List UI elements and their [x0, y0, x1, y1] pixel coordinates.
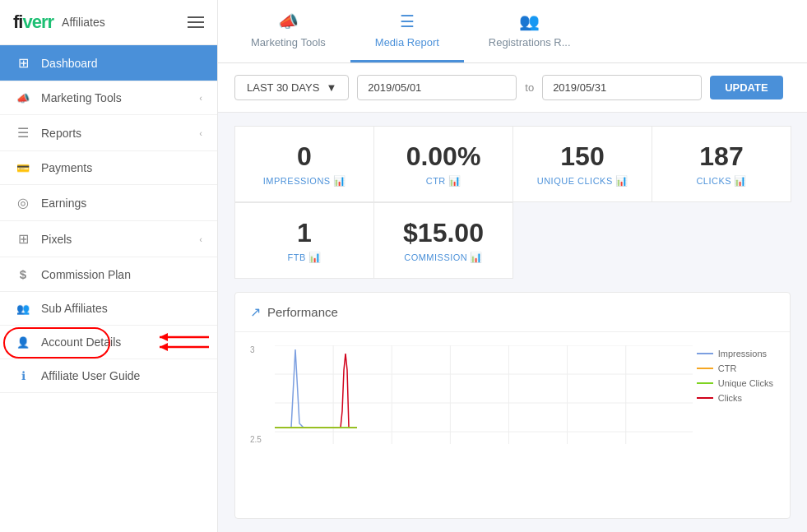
guide-icon: ℹ [15, 369, 31, 382]
impressions-value: 0 [243, 141, 365, 172]
ctr-value: 0.00% [383, 141, 504, 172]
legend-clicks-line [697, 397, 713, 399]
ftb-value: 1 [243, 218, 365, 248]
sidebar-item-marketing-tools[interactable]: 📣 Marketing Tools ‹ [0, 81, 217, 115]
legend-clicks-label: Clicks [718, 393, 742, 403]
bar-chart-icon: 📊 [448, 175, 461, 187]
sidebar-item-label: Account Details [41, 335, 202, 349]
chevron-icon: ‹ [199, 93, 202, 103]
chart-legend: Impressions CTR Unique Clicks Clicks [697, 349, 773, 403]
stats-row-2: 1 FTB 📊 $15.00 COMMISSION 📊 [218, 202, 807, 279]
bar-chart-icon: 📊 [333, 175, 346, 187]
legend-impressions-label: Impressions [718, 349, 767, 359]
sidebar-item-label: Dashboard [41, 57, 202, 70]
sidebar-item-affiliate-user-guide[interactable]: ℹ Affiliate User Guide [0, 359, 217, 393]
clicks-label: CLICKS 📊 [661, 175, 782, 187]
sidebar-item-label: Payments [41, 161, 202, 174]
legend-impressions-line [697, 353, 713, 354]
sidebar-item-label: Marketing Tools [41, 91, 189, 104]
legend-ctr-line [697, 368, 713, 369]
tab-marketing-tools-icon: 📣 [278, 12, 299, 31]
legend-ctr-label: CTR [718, 363, 737, 373]
sidebar-item-reports[interactable]: ☰ Reports ‹ [0, 115, 217, 151]
payments-icon: 💳 [15, 162, 31, 174]
unique-clicks-value: 150 [522, 141, 643, 172]
stat-ftb: 1 FTB 📊 [234, 202, 374, 279]
tabs-bar: 📣 Marketing Tools ☰ Media Report 👥 Regis… [218, 0, 807, 63]
sidebar-item-payments[interactable]: 💳 Payments [0, 151, 217, 185]
tab-media-report-label: Media Report [375, 36, 439, 49]
bar-chart-icon: 📊 [470, 252, 483, 263]
commission-icon: $ [15, 267, 31, 281]
main-content: 📣 Marketing Tools ☰ Media Report 👥 Regis… [218, 0, 807, 532]
ctr-label: CTR 📊 [383, 175, 504, 187]
y-label-3: 3 [250, 345, 262, 354]
dropdown-arrow-icon: ▼ [326, 81, 336, 94]
y-label-2-5: 2.5 [250, 435, 262, 444]
tab-registrations-label: Registrations R... [489, 36, 571, 49]
hamburger-menu-icon[interactable] [188, 16, 204, 28]
sidebar-item-sub-affiliates[interactable]: 👥 Sub Affiliates [0, 292, 217, 326]
tab-registrations-report[interactable]: 👥 Registrations R... [464, 0, 596, 62]
tab-media-report[interactable]: ☰ Media Report [350, 0, 464, 62]
sidebar: fiverr Affiliates ⊞ Dashboard 📣 Marketin… [0, 0, 218, 532]
impressions-label: IMPRESSIONS 📊 [243, 175, 365, 187]
performance-header: ↗ Performance [235, 293, 790, 332]
stat-commission: $15.00 COMMISSION 📊 [373, 202, 513, 279]
chevron-icon: ‹ [199, 234, 202, 244]
bar-chart-icon: 📊 [734, 175, 747, 187]
bar-chart-icon: 📊 [308, 252, 322, 263]
date-from-input[interactable] [357, 75, 517, 100]
chart-area: 3 2.5 [235, 332, 790, 480]
legend-unique-clicks-label: Unique Clicks [718, 378, 773, 388]
legend-unique-clicks-line [697, 382, 713, 384]
commission-value: $15.00 [383, 218, 504, 248]
sidebar-item-label: Reports [41, 127, 189, 140]
tab-media-report-icon: ☰ [400, 12, 415, 31]
tab-marketing-tools[interactable]: 📣 Marketing Tools [226, 0, 350, 62]
unique-clicks-label: UNIQUE CLICKS 📊 [522, 175, 643, 187]
sidebar-item-pixels[interactable]: ⊞ Pixels ‹ [0, 221, 217, 257]
period-dropdown[interactable]: LAST 30 DAYS ▼ [234, 75, 349, 100]
stat-impressions: 0 IMPRESSIONS 📊 [234, 126, 374, 202]
date-to-input[interactable] [542, 75, 702, 100]
y-axis-labels: 3 2.5 [250, 345, 262, 444]
performance-section: ↗ Performance 3 2.5 [234, 292, 791, 519]
sidebar-item-account-details-wrapper: 👤 Account Details [0, 326, 217, 359]
update-button[interactable]: UPDATE [710, 76, 782, 99]
tab-registrations-icon: 👥 [519, 12, 540, 31]
stat-unique-clicks: 150 UNIQUE CLICKS 📊 [512, 126, 652, 202]
marketing-tools-icon: 📣 [15, 92, 31, 104]
stat-ctr: 0.00% CTR 📊 [373, 126, 513, 202]
affiliates-text: Affiliates [62, 16, 105, 29]
account-details-icon: 👤 [15, 336, 31, 349]
performance-chart [275, 345, 693, 460]
tab-marketing-tools-label: Marketing Tools [251, 36, 326, 49]
earnings-icon: ◎ [15, 195, 31, 210]
sidebar-header: fiverr Affiliates [0, 0, 217, 45]
sidebar-item-label: Commission Plan [41, 268, 202, 281]
sidebar-item-earnings[interactable]: ◎ Earnings [0, 185, 217, 221]
legend-unique-clicks: Unique Clicks [697, 378, 773, 388]
sub-affiliates-icon: 👥 [15, 303, 31, 315]
clicks-value: 187 [661, 141, 782, 172]
sidebar-item-label: Earnings [41, 197, 202, 210]
legend-clicks: Clicks [697, 393, 773, 403]
to-label: to [525, 81, 534, 94]
sidebar-item-dashboard[interactable]: ⊞ Dashboard [0, 45, 217, 81]
sidebar-item-account-details[interactable]: 👤 Account Details [0, 326, 217, 359]
performance-chart-icon: ↗ [250, 304, 261, 320]
dashboard-icon: ⊞ [15, 55, 31, 71]
ftb-label: FTB 📊 [243, 252, 365, 263]
legend-ctr: CTR [697, 363, 773, 373]
sidebar-item-commission-plan[interactable]: $ Commission Plan [0, 257, 217, 292]
period-label: LAST 30 DAYS [247, 81, 319, 94]
reports-icon: ☰ [15, 125, 31, 141]
sidebar-item-label: Affiliate User Guide [41, 369, 202, 382]
stat-clicks: 187 CLICKS 📊 [652, 126, 791, 202]
sidebar-item-label: Sub Affiliates [41, 302, 202, 315]
chevron-icon: ‹ [199, 128, 202, 138]
stats-row-1: 0 IMPRESSIONS 📊 0.00% CTR 📊 150 UNIQUE C… [218, 126, 807, 202]
commission-label: COMMISSION 📊 [383, 252, 504, 263]
bar-chart-icon: 📊 [615, 175, 628, 187]
